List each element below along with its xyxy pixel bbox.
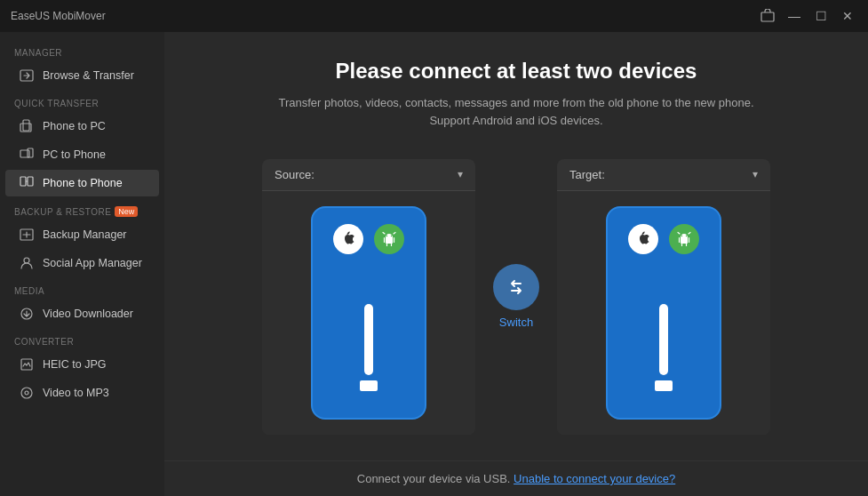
bottom-bar: Connect your device via USB. Unable to c…: [164, 460, 868, 496]
svg-point-15: [391, 235, 392, 236]
svg-point-16: [681, 235, 682, 236]
usb-cable: [364, 304, 373, 375]
title-bar: EaseUS MobiMover — ☐ ✕: [0, 0, 868, 32]
target-panel-body: [557, 191, 770, 435]
target-usb-cable-group: [655, 304, 673, 391]
section-converter-label: Converter: [0, 328, 164, 350]
heic-to-jpg-icon: [20, 357, 34, 372]
source-panel: Source: ▾: [262, 159, 475, 435]
source-panel-header[interactable]: Source: ▾: [262, 159, 475, 191]
svg-point-9: [24, 258, 29, 263]
section-manager-label: Manager: [0, 39, 164, 61]
svg-rect-6: [20, 177, 26, 186]
phone-to-pc-label: Phone to PC: [43, 120, 106, 132]
phone-to-pc-icon: [20, 119, 34, 133]
video-to-mp3-icon: [20, 386, 34, 400]
app-title: EaseUS MobiMover: [11, 10, 106, 22]
new-badge: New: [115, 206, 138, 217]
target-apple-icon: [628, 224, 658, 254]
pc-to-phone-label: PC to Phone: [43, 148, 106, 161]
sidebar: Manager Browse & Transfer Quick Transfer…: [0, 32, 164, 496]
sidebar-item-phone-to-pc[interactable]: Phone to PC: [5, 113, 159, 140]
social-app-icon: [20, 256, 34, 270]
sidebar-item-social-app-manager[interactable]: Social App Manager: [5, 250, 159, 276]
target-panel: Target: ▾: [557, 159, 770, 435]
video-downloader-icon: [20, 307, 34, 321]
section-backup-label: Backup & Restore: [14, 207, 111, 217]
apple-icon: [333, 224, 363, 254]
svg-rect-2: [23, 120, 29, 131]
sidebar-item-phone-to-phone[interactable]: Phone to Phone: [5, 170, 159, 196]
transfer-area: Source: ▾: [182, 150, 850, 443]
main-content: Please connect at least two devices Tran…: [164, 32, 868, 460]
browse-transfer-icon: [20, 68, 34, 83]
source-label: Source:: [275, 168, 315, 181]
video-to-mp3-label: Video to MP3: [43, 387, 109, 399]
maximize-button[interactable]: ☐: [811, 6, 831, 26]
video-downloader-label: Video Downloader: [43, 308, 133, 320]
target-panel-header[interactable]: Target: ▾: [557, 159, 770, 191]
source-chevron-icon: ▾: [458, 168, 463, 180]
svg-point-17: [686, 235, 687, 236]
switch-button[interactable]: [493, 264, 539, 310]
target-usb-connector: [655, 380, 673, 391]
minimize-button[interactable]: —: [784, 6, 804, 26]
section-quick-transfer-label: Quick Transfer: [0, 90, 164, 112]
target-label: Target:: [569, 168, 605, 181]
target-chevron-icon: ▾: [753, 168, 758, 180]
target-phone-icons: [628, 224, 699, 254]
page-title: Please connect at least two devices: [336, 59, 697, 84]
sidebar-item-heic-to-jpg[interactable]: HEIC to JPG: [5, 351, 159, 378]
target-android-icon: [669, 224, 699, 254]
bottom-text: Connect your device via USB.: [357, 472, 511, 485]
phone-to-phone-label: Phone to Phone: [43, 177, 123, 189]
target-usb-cable: [659, 304, 668, 375]
backup-manager-icon: [20, 228, 34, 242]
pc-to-phone-icon: [20, 148, 34, 162]
usb-cable-group: [360, 304, 378, 391]
close-button[interactable]: ✕: [838, 6, 857, 26]
svg-point-12: [21, 388, 32, 398]
app-body: Manager Browse & Transfer Quick Transfer…: [0, 32, 868, 496]
switch-label: Switch: [499, 316, 533, 329]
social-app-label: Social App Manager: [43, 257, 142, 269]
section-media-label: Media: [0, 277, 164, 300]
phone-to-phone-icon: [20, 176, 34, 190]
backup-manager-label: Backup Manager: [43, 228, 127, 241]
unable-to-connect-link[interactable]: Unable to connect your device?: [514, 472, 675, 485]
svg-point-13: [25, 391, 28, 395]
sidebar-item-video-to-mp3[interactable]: Video to MP3: [5, 380, 159, 406]
store-button[interactable]: [758, 6, 777, 26]
sidebar-item-pc-to-phone[interactable]: PC to Phone: [5, 141, 159, 168]
switch-container: Switch: [493, 264, 539, 329]
subtitle-line1: Transfer photos, videos, contacts, messa…: [279, 96, 754, 109]
heic-to-jpg-label: HEIC to JPG: [43, 358, 107, 371]
svg-rect-0: [761, 12, 774, 21]
svg-rect-7: [28, 177, 33, 186]
source-panel-body: [262, 191, 475, 435]
page-subtitle: Transfer photos, videos, contacts, messa…: [279, 94, 754, 129]
usb-connector: [360, 380, 378, 391]
sidebar-item-video-downloader[interactable]: Video Downloader: [5, 300, 159, 327]
target-phone-illustration: [606, 206, 721, 420]
svg-point-14: [386, 235, 387, 236]
sidebar-item-browse-transfer[interactable]: Browse & Transfer: [5, 62, 159, 89]
sidebar-item-backup-manager[interactable]: Backup Manager: [5, 221, 159, 248]
android-icon: [374, 224, 404, 254]
main-area: Please connect at least two devices Tran…: [164, 32, 868, 496]
window-controls: — ☐ ✕: [758, 6, 857, 26]
source-phone-illustration: [311, 206, 426, 420]
section-backup-restore: Backup & Restore New: [0, 197, 164, 220]
source-phone-icons: [333, 224, 404, 254]
browse-transfer-label: Browse & Transfer: [43, 69, 134, 82]
subtitle-line2: Support Android and iOS devices.: [429, 114, 602, 127]
